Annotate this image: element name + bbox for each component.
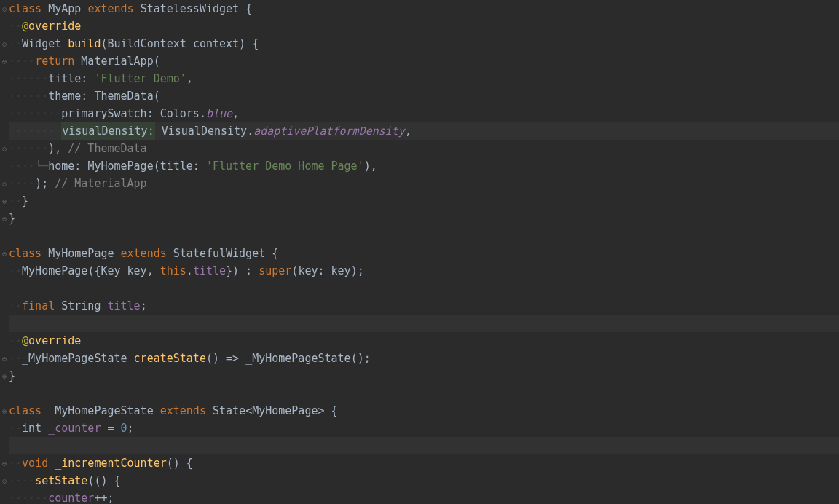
code-line[interactable]: ····return MaterialApp(: [9, 52, 839, 70]
token-kw: return: [35, 52, 81, 70]
gutter-fold-mark[interactable]: [0, 489, 9, 504]
gutter-fold-mark[interactable]: ⊖: [0, 350, 9, 367]
code-line[interactable]: ··@override: [9, 332, 839, 350]
gutter-fold-mark[interactable]: [0, 87, 9, 105]
token-cls: BuildContext: [107, 35, 192, 52]
code-line[interactable]: [9, 227, 839, 245]
token-cls: ThemeData: [94, 87, 153, 105]
code-line[interactable]: ··_MyHomePageState createState() => _MyH…: [9, 350, 839, 367]
gutter-fold-mark[interactable]: [0, 157, 9, 175]
token-cls: StatefulWidget: [173, 245, 272, 262]
gutter-fold-mark[interactable]: ⊖: [0, 454, 9, 472]
code-editor[interactable]: ⊖⊖⊖⊖⊖⊖⊖⊖⊖⊖⊖⊖⊖ class MyApp extends Statel…: [0, 0, 839, 504]
gutter-fold-mark[interactable]: [0, 122, 9, 140]
gutter-fold-mark[interactable]: ⊖: [0, 402, 9, 420]
gutter-fold-mark[interactable]: ⊖: [0, 52, 9, 70]
gutter-fold-mark[interactable]: [0, 280, 9, 297]
gutter-fold-mark[interactable]: ⊖: [0, 367, 9, 385]
token-cls: State: [213, 402, 245, 420]
token-pun: ,: [147, 262, 160, 280]
gutter-fold-mark[interactable]: ⊖: [0, 175, 9, 192]
gutter-fold-mark[interactable]: ⊖: [0, 210, 9, 227]
code-line[interactable]: [9, 385, 839, 402]
token-pun: =: [101, 420, 120, 437]
code-line[interactable]: [9, 280, 839, 297]
token-cls: StatelessWidget: [141, 0, 246, 17]
gutter-fold-mark[interactable]: [0, 385, 9, 402]
token-str: 'Flutter Demo': [94, 70, 186, 87]
code-line[interactable]: ··}: [9, 192, 839, 210]
code-line[interactable]: ····setState(() {: [9, 472, 839, 489]
code-line[interactable]: ········visualDensity: VisualDensity.ada…: [9, 122, 839, 140]
code-line[interactable]: ··final String title;: [9, 297, 839, 315]
gutter-fold-mark[interactable]: [0, 227, 9, 245]
token-cls: VisualDensity: [162, 122, 247, 140]
code-line[interactable]: class MyApp extends StatelessWidget {: [9, 0, 839, 17]
gutter-fold-mark[interactable]: [0, 315, 9, 332]
gutter-fold-mark[interactable]: [0, 17, 9, 35]
token-pun: <: [245, 402, 252, 420]
code-line[interactable]: class _MyHomePageState extends State<MyH…: [9, 402, 839, 420]
code-line[interactable]: ······counter++;: [9, 489, 839, 504]
token-pun: .: [247, 122, 253, 140]
whitespace: ····: [9, 52, 35, 70]
token-stat: adaptivePlatformDensity: [253, 122, 405, 140]
token-field: title: [107, 297, 140, 315]
code-line[interactable]: class MyHomePage extends StatefulWidget …: [9, 245, 839, 262]
whitespace: ······: [9, 70, 48, 87]
token-fn: override: [28, 17, 81, 35]
code-line[interactable]: ········primarySwatch: Colors.blue,: [9, 105, 839, 122]
token-pun: (: [154, 157, 160, 175]
token-cls: _MyHomePageState: [22, 350, 134, 367]
token-cls: String: [61, 297, 107, 315]
code-line[interactable]: ··int _counter = 0;: [9, 420, 839, 437]
token-stat: blue: [206, 105, 232, 122]
whitespace: ··: [9, 420, 22, 437]
code-line[interactable]: ····└─home: MyHomePage(title: 'Flutter D…: [9, 157, 839, 175]
code-line[interactable]: ······), // ThemeData: [9, 140, 839, 157]
token-pun: ,: [55, 140, 68, 157]
gutter-fold-mark[interactable]: ⊖: [0, 35, 9, 52]
token-kw: void: [22, 454, 55, 472]
whitespace: ········: [9, 122, 61, 140]
code-line[interactable]: ····); // MaterialApp: [9, 175, 839, 192]
code-line[interactable]: ··@override: [9, 17, 839, 35]
code-line[interactable]: }: [9, 367, 839, 385]
token-kw: extends: [160, 402, 213, 420]
gutter-fold-mark[interactable]: [0, 262, 9, 280]
token-anno: @: [22, 17, 28, 35]
gutter-fold-mark[interactable]: [0, 105, 9, 122]
code-line[interactable]: ··MyHomePage({Key key, this.title}) : su…: [9, 262, 839, 280]
code-line[interactable]: [9, 437, 839, 454]
gutter-fold-mark[interactable]: [0, 437, 9, 454]
code-line[interactable]: ······theme: ThemeData(: [9, 87, 839, 105]
gutter-fold-mark[interactable]: ⊖: [0, 0, 9, 17]
code-line[interactable]: }: [9, 210, 839, 227]
fold-gutter[interactable]: ⊖⊖⊖⊖⊖⊖⊖⊖⊖⊖⊖⊖⊖: [0, 0, 9, 504]
whitespace: ··: [9, 262, 22, 280]
token-pun: ) {: [239, 35, 259, 52]
code-line[interactable]: [9, 315, 839, 332]
code-area[interactable]: class MyApp extends StatelessWidget {··@…: [9, 0, 839, 504]
gutter-fold-mark[interactable]: [0, 332, 9, 350]
gutter-fold-mark[interactable]: ⊖: [0, 140, 9, 157]
gutter-fold-mark[interactable]: ⊖: [0, 472, 9, 489]
token-cls: _MyHomePageState: [245, 350, 351, 367]
token-param: key: [127, 262, 147, 280]
gutter-fold-mark[interactable]: [0, 70, 9, 87]
token-pun: {: [245, 0, 252, 17]
gutter-fold-mark[interactable]: [0, 297, 9, 315]
code-line[interactable]: ··void _incrementCounter() {: [9, 454, 839, 472]
code-line[interactable]: ······title: 'Flutter Demo',: [9, 70, 839, 87]
token-fn: createState: [134, 350, 206, 367]
token-cls: MyHomePage: [87, 157, 153, 175]
token-pun: (() {: [87, 472, 120, 489]
gutter-fold-mark[interactable]: ⊖: [0, 192, 9, 210]
token-param: context: [193, 35, 239, 52]
code-line[interactable]: ··Widget build(BuildContext context) {: [9, 35, 839, 52]
gutter-fold-mark[interactable]: [0, 420, 9, 437]
gutter-fold-mark[interactable]: ⊖: [0, 245, 9, 262]
token-pun: () {: [167, 454, 193, 472]
token-pun: .: [186, 262, 193, 280]
whitespace: ····└─: [9, 157, 48, 175]
